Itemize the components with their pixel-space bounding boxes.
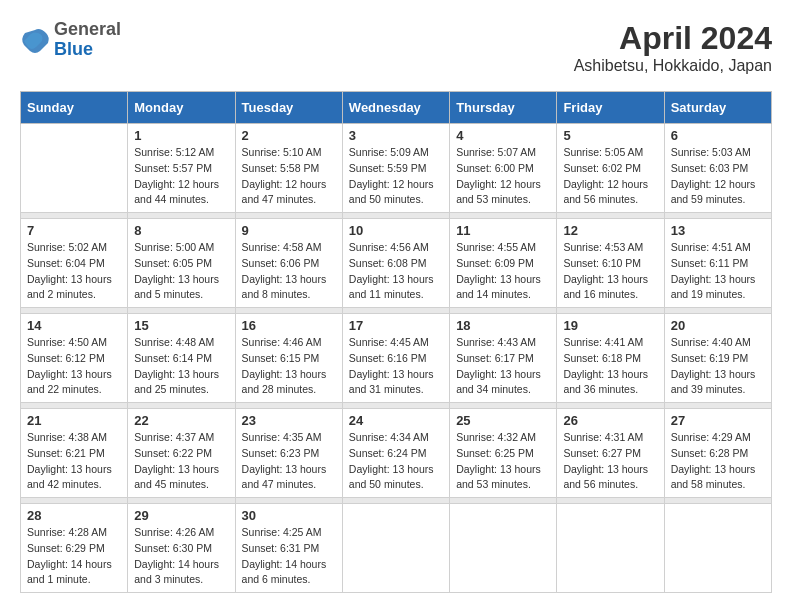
day-info: Sunrise: 4:51 AMSunset: 6:11 PMDaylight:… [671,240,765,303]
day-info: Sunrise: 4:58 AMSunset: 6:06 PMDaylight:… [242,240,336,303]
calendar-header-row: SundayMondayTuesdayWednesdayThursdayFrid… [21,92,772,124]
day-number: 23 [242,413,336,428]
calendar-week-row: 7Sunrise: 5:02 AMSunset: 6:04 PMDaylight… [21,219,772,308]
day-number: 6 [671,128,765,143]
day-info: Sunrise: 5:09 AMSunset: 5:59 PMDaylight:… [349,145,443,208]
calendar-cell: 14Sunrise: 4:50 AMSunset: 6:12 PMDayligh… [21,314,128,403]
day-info: Sunrise: 5:07 AMSunset: 6:00 PMDaylight:… [456,145,550,208]
day-info: Sunrise: 4:34 AMSunset: 6:24 PMDaylight:… [349,430,443,493]
calendar-cell [557,504,664,593]
day-info: Sunrise: 4:25 AMSunset: 6:31 PMDaylight:… [242,525,336,588]
calendar-cell [450,504,557,593]
day-info: Sunrise: 4:29 AMSunset: 6:28 PMDaylight:… [671,430,765,493]
day-info: Sunrise: 4:26 AMSunset: 6:30 PMDaylight:… [134,525,228,588]
day-number: 18 [456,318,550,333]
day-info: Sunrise: 4:37 AMSunset: 6:22 PMDaylight:… [134,430,228,493]
calendar-week-row: 28Sunrise: 4:28 AMSunset: 6:29 PMDayligh… [21,504,772,593]
day-number: 19 [563,318,657,333]
day-info: Sunrise: 5:00 AMSunset: 6:05 PMDaylight:… [134,240,228,303]
header-saturday: Saturday [664,92,771,124]
day-info: Sunrise: 4:48 AMSunset: 6:14 PMDaylight:… [134,335,228,398]
page-header: General Blue April 2024 Ashibetsu, Hokka… [20,20,772,75]
day-info: Sunrise: 4:32 AMSunset: 6:25 PMDaylight:… [456,430,550,493]
day-number: 25 [456,413,550,428]
header-sunday: Sunday [21,92,128,124]
calendar-cell: 18Sunrise: 4:43 AMSunset: 6:17 PMDayligh… [450,314,557,403]
calendar-cell: 17Sunrise: 4:45 AMSunset: 6:16 PMDayligh… [342,314,449,403]
calendar-cell: 30Sunrise: 4:25 AMSunset: 6:31 PMDayligh… [235,504,342,593]
day-number: 17 [349,318,443,333]
calendar-cell: 5Sunrise: 5:05 AMSunset: 6:02 PMDaylight… [557,124,664,213]
day-info: Sunrise: 4:43 AMSunset: 6:17 PMDaylight:… [456,335,550,398]
day-info: Sunrise: 5:12 AMSunset: 5:57 PMDaylight:… [134,145,228,208]
calendar-cell: 8Sunrise: 5:00 AMSunset: 6:05 PMDaylight… [128,219,235,308]
calendar-cell: 12Sunrise: 4:53 AMSunset: 6:10 PMDayligh… [557,219,664,308]
day-number: 13 [671,223,765,238]
logo-general: General [54,20,121,40]
day-number: 22 [134,413,228,428]
calendar-cell: 25Sunrise: 4:32 AMSunset: 6:25 PMDayligh… [450,409,557,498]
calendar-cell: 22Sunrise: 4:37 AMSunset: 6:22 PMDayligh… [128,409,235,498]
day-info: Sunrise: 4:56 AMSunset: 6:08 PMDaylight:… [349,240,443,303]
logo: General Blue [20,20,121,60]
calendar-cell: 1Sunrise: 5:12 AMSunset: 5:57 PMDaylight… [128,124,235,213]
calendar-subtitle: Ashibetsu, Hokkaido, Japan [574,57,772,75]
logo-text: General Blue [54,20,121,60]
day-number: 24 [349,413,443,428]
day-info: Sunrise: 4:40 AMSunset: 6:19 PMDaylight:… [671,335,765,398]
calendar-cell: 2Sunrise: 5:10 AMSunset: 5:58 PMDaylight… [235,124,342,213]
title-block: April 2024 Ashibetsu, Hokkaido, Japan [574,20,772,75]
calendar-week-row: 1Sunrise: 5:12 AMSunset: 5:57 PMDaylight… [21,124,772,213]
day-info: Sunrise: 4:50 AMSunset: 6:12 PMDaylight:… [27,335,121,398]
day-number: 2 [242,128,336,143]
calendar-cell: 23Sunrise: 4:35 AMSunset: 6:23 PMDayligh… [235,409,342,498]
calendar-cell: 26Sunrise: 4:31 AMSunset: 6:27 PMDayligh… [557,409,664,498]
day-info: Sunrise: 5:02 AMSunset: 6:04 PMDaylight:… [27,240,121,303]
day-info: Sunrise: 4:31 AMSunset: 6:27 PMDaylight:… [563,430,657,493]
day-info: Sunrise: 4:28 AMSunset: 6:29 PMDaylight:… [27,525,121,588]
calendar-cell: 6Sunrise: 5:03 AMSunset: 6:03 PMDaylight… [664,124,771,213]
calendar-cell: 3Sunrise: 5:09 AMSunset: 5:59 PMDaylight… [342,124,449,213]
header-tuesday: Tuesday [235,92,342,124]
day-number: 21 [27,413,121,428]
day-info: Sunrise: 4:55 AMSunset: 6:09 PMDaylight:… [456,240,550,303]
day-info: Sunrise: 4:53 AMSunset: 6:10 PMDaylight:… [563,240,657,303]
day-info: Sunrise: 5:03 AMSunset: 6:03 PMDaylight:… [671,145,765,208]
day-info: Sunrise: 4:38 AMSunset: 6:21 PMDaylight:… [27,430,121,493]
day-info: Sunrise: 4:45 AMSunset: 6:16 PMDaylight:… [349,335,443,398]
calendar-cell: 4Sunrise: 5:07 AMSunset: 6:00 PMDaylight… [450,124,557,213]
day-number: 28 [27,508,121,523]
calendar-cell: 28Sunrise: 4:28 AMSunset: 6:29 PMDayligh… [21,504,128,593]
header-monday: Monday [128,92,235,124]
day-number: 20 [671,318,765,333]
calendar-cell: 16Sunrise: 4:46 AMSunset: 6:15 PMDayligh… [235,314,342,403]
calendar-cell: 10Sunrise: 4:56 AMSunset: 6:08 PMDayligh… [342,219,449,308]
day-info: Sunrise: 4:41 AMSunset: 6:18 PMDaylight:… [563,335,657,398]
header-thursday: Thursday [450,92,557,124]
day-number: 14 [27,318,121,333]
calendar-cell: 29Sunrise: 4:26 AMSunset: 6:30 PMDayligh… [128,504,235,593]
calendar-cell [21,124,128,213]
calendar-cell: 15Sunrise: 4:48 AMSunset: 6:14 PMDayligh… [128,314,235,403]
calendar-cell [664,504,771,593]
header-wednesday: Wednesday [342,92,449,124]
day-number: 4 [456,128,550,143]
day-number: 30 [242,508,336,523]
day-number: 29 [134,508,228,523]
day-info: Sunrise: 4:46 AMSunset: 6:15 PMDaylight:… [242,335,336,398]
calendar-cell: 20Sunrise: 4:40 AMSunset: 6:19 PMDayligh… [664,314,771,403]
calendar-cell: 27Sunrise: 4:29 AMSunset: 6:28 PMDayligh… [664,409,771,498]
day-number: 8 [134,223,228,238]
day-number: 7 [27,223,121,238]
logo-blue: Blue [54,40,121,60]
calendar-cell: 19Sunrise: 4:41 AMSunset: 6:18 PMDayligh… [557,314,664,403]
calendar-week-row: 21Sunrise: 4:38 AMSunset: 6:21 PMDayligh… [21,409,772,498]
day-number: 5 [563,128,657,143]
calendar-cell: 9Sunrise: 4:58 AMSunset: 6:06 PMDaylight… [235,219,342,308]
calendar-cell: 13Sunrise: 4:51 AMSunset: 6:11 PMDayligh… [664,219,771,308]
day-number: 11 [456,223,550,238]
calendar-cell: 21Sunrise: 4:38 AMSunset: 6:21 PMDayligh… [21,409,128,498]
day-number: 26 [563,413,657,428]
calendar-cell: 7Sunrise: 5:02 AMSunset: 6:04 PMDaylight… [21,219,128,308]
calendar-cell: 11Sunrise: 4:55 AMSunset: 6:09 PMDayligh… [450,219,557,308]
